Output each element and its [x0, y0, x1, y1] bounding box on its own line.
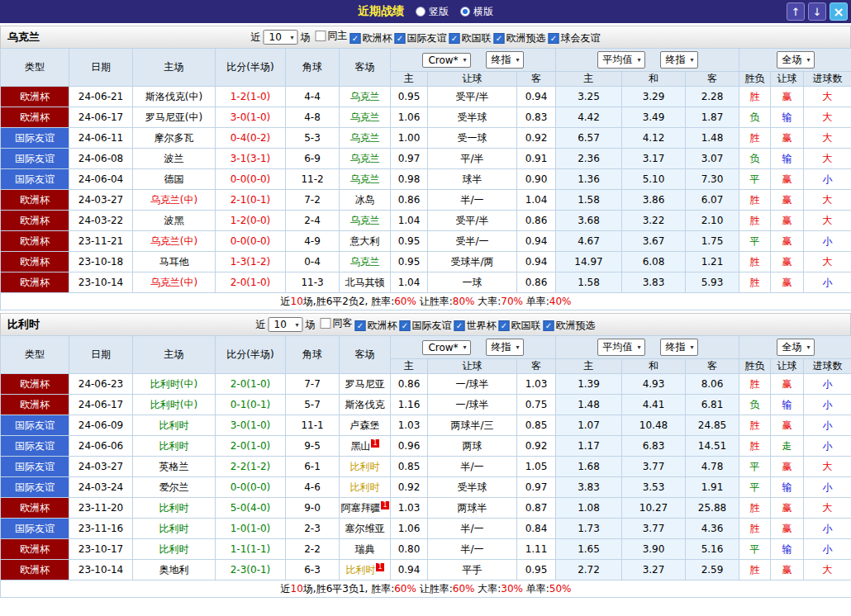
euro-time-select[interactable]: 终指▾	[660, 339, 698, 356]
result-handicap: 赢	[771, 231, 804, 252]
euro-home-odds: 1.07	[556, 415, 622, 436]
filter-checkbox[interactable]: ✓世界杯	[454, 319, 497, 333]
result-goals: 小	[804, 169, 851, 190]
euro-draw-odds: 3.83	[622, 272, 686, 293]
match-score: 3-0(1-0)	[216, 415, 286, 436]
scroll-down-button[interactable]: ↓	[808, 2, 826, 21]
result-goals: 大	[804, 149, 851, 169]
corner-score: 2-2	[286, 539, 340, 560]
euro-draw-odds: 4.93	[622, 374, 686, 395]
chevron-down-icon: ▾	[638, 56, 641, 64]
away-team-name: 比利时	[350, 461, 380, 472]
filter-checkbox[interactable]: ✓国际友谊	[400, 319, 452, 333]
match-score: 3-1(3-1)	[216, 149, 286, 169]
summary-segment: 30%	[501, 583, 523, 595]
euro-draw-odds: 4.41	[622, 395, 686, 415]
asian-away-odds: 0.97	[517, 477, 556, 498]
result-handicap: 输	[771, 107, 804, 128]
close-button[interactable]: ×	[830, 2, 848, 21]
bookmaker-select[interactable]: Crow*▾	[422, 53, 470, 68]
euro-source-value: 平均值	[603, 53, 633, 67]
result-goals: 小	[804, 231, 851, 252]
near-count-select[interactable]: 10 ▾	[264, 30, 298, 45]
summary-segment: 60%	[394, 583, 416, 595]
euro-source-select[interactable]: 平均值▾	[597, 51, 645, 69]
scope-select[interactable]: 全场▾	[777, 339, 815, 356]
panel-title: 近期战绩	[358, 4, 404, 19]
checkbox-checked-icon: ✓	[549, 33, 559, 44]
euro-source-select[interactable]: 平均值▾	[597, 339, 645, 356]
corner-score: 5-3	[286, 128, 340, 149]
away-team-name: 冰岛	[355, 194, 375, 206]
euro-away-odds: 7.30	[686, 169, 739, 190]
result-handicap: 赢	[771, 457, 804, 477]
euro-odds-group: 平均值▾ 终指▾	[556, 49, 739, 72]
match-score: 1-2(0-0)	[216, 211, 286, 231]
scope-select[interactable]: 全场▾	[777, 51, 815, 69]
euro-away-odds: 5.16	[686, 539, 739, 560]
filter-checkbox[interactable]: 同客	[321, 316, 353, 330]
euro-away-odds: 6.07	[686, 190, 739, 211]
col-euro-draw: 和	[622, 359, 686, 374]
filter-checkbox[interactable]: ✓欧洲杯	[350, 31, 392, 45]
chevron-down-icon: ▾	[295, 321, 298, 329]
away-team: 卢森堡	[340, 415, 391, 436]
scroll-up-button[interactable]: ↑	[787, 2, 805, 21]
away-team-name: 北马其顿	[345, 277, 385, 288]
filter-label: 欧国联	[462, 31, 492, 45]
match-score: 0-0(0-0)	[216, 477, 286, 498]
record-summary: 近10场,胜6平3负1, 胜率:60% 让胜率:60% 大率:30% 单率:50…	[1, 580, 851, 598]
chevron-down-icon: ▾	[691, 344, 694, 351]
away-team: 斯洛伐克	[340, 395, 391, 415]
result-outcome: 平	[739, 539, 771, 560]
filter-checkbox[interactable]: ✓国际友谊	[395, 31, 447, 45]
results-table: 类型 日期 主场 比分(半场) 角球 客场 Crow*▾ 终指▾ 平均值▾ 终指…	[0, 335, 851, 598]
result-goals: 大	[804, 560, 851, 580]
near-count-select[interactable]: 10 ▾	[269, 317, 303, 332]
col-goals-result: 进球数	[804, 359, 851, 374]
filter-checkbox[interactable]: ✓欧国联	[449, 31, 492, 45]
competition-type: 欧洲杯	[1, 252, 69, 272]
col-result: 胜负	[739, 359, 771, 374]
result-group: 全场▾	[739, 49, 851, 72]
euro-home-odds: 1.73	[556, 519, 622, 539]
euro-draw-odds: 3.77	[622, 457, 686, 477]
col-goals-result: 进球数	[804, 72, 851, 87]
odds-time-select[interactable]: 终指▾	[486, 51, 524, 69]
asian-home-odds: 0.95	[391, 87, 428, 107]
bookmaker-select[interactable]: Crow*▾	[422, 340, 470, 355]
away-team-name: 乌克兰	[350, 215, 380, 226]
radio-horizontal-layout[interactable]: 横版	[460, 5, 493, 19]
asian-home-odds: 0.98	[391, 169, 428, 190]
filter-label: 世界杯	[467, 319, 497, 333]
filter-checkbox[interactable]: ✓欧洲预选	[494, 31, 546, 45]
filter-label: 同主	[328, 29, 348, 43]
filter-checkbox[interactable]: ✓欧洲杯	[355, 319, 397, 333]
asian-handicap-line: 平手	[428, 560, 517, 580]
result-handicap: 输	[771, 395, 804, 415]
filter-checkbox[interactable]: ✓欧洲预选	[544, 319, 596, 333]
team-section: 乌克兰 近 10 ▾ 场 同主✓欧洲杯✓国际友谊✓欧国联✓欧洲预选✓球会友谊 类…	[0, 26, 851, 310]
col-euro-draw: 和	[622, 72, 686, 87]
result-goals: 小	[804, 395, 851, 415]
match-date: 24-06-17	[69, 107, 133, 128]
filter-checkbox[interactable]: ✓欧国联	[499, 319, 541, 333]
away-team: 塞尔维亚	[340, 519, 391, 539]
radio-vertical-layout[interactable]: 竖版	[416, 5, 449, 19]
filter-checkbox[interactable]: 同主	[316, 29, 348, 43]
match-date: 24-03-22	[69, 211, 133, 231]
filter-checkbox[interactable]: ✓球会友谊	[549, 31, 601, 45]
away-team: 意大利	[340, 231, 391, 252]
odds-time-select[interactable]: 终指▾	[486, 339, 524, 356]
corner-score: 5-7	[286, 395, 340, 415]
asian-handicap-line: 一/球半	[428, 395, 517, 415]
asian-away-odds: 0.92	[517, 436, 556, 457]
euro-home-odds: 14.97	[556, 252, 622, 272]
chevron-down-icon: ▾	[691, 56, 694, 64]
col-asian-away: 客	[517, 359, 556, 374]
asian-home-odds: 0.96	[391, 436, 428, 457]
corner-score: 11-2	[286, 169, 340, 190]
euro-time-select[interactable]: 终指▾	[660, 51, 698, 69]
checkbox-checked-icon: ✓	[454, 320, 465, 331]
scope-select-value: 全场	[782, 340, 802, 354]
